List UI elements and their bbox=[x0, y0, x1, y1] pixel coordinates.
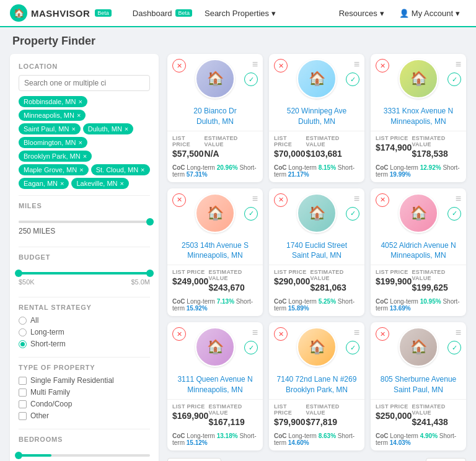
dislike-button[interactable]: ✕ bbox=[376, 327, 389, 341]
tag-remove[interactable]: × bbox=[83, 152, 87, 160]
tag-remove[interactable]: × bbox=[60, 180, 64, 187]
like-button[interactable]: ✓ bbox=[346, 341, 359, 354]
list-price-label: LIST PRICE bbox=[274, 403, 306, 416]
property-type-option[interactable]: Single Family Residential bbox=[19, 376, 150, 385]
card-top: ✕ 🏠 ≡ ✓ bbox=[167, 322, 263, 372]
rental-option[interactable]: Short-term bbox=[19, 340, 150, 348]
coc-long-term: 7.13% bbox=[217, 298, 234, 305]
list-price-value: $79,900 bbox=[274, 417, 306, 427]
dislike-button[interactable]: ✕ bbox=[172, 59, 186, 72]
price-row: LIST PRICE $70,000 ESTIMATED VALUE $103,… bbox=[269, 131, 364, 161]
card-menu[interactable]: ≡ bbox=[456, 59, 461, 70]
dislike-button[interactable]: ✕ bbox=[172, 193, 186, 207]
property-address[interactable]: 2503 14th Avenue SMinneapolis, MN bbox=[167, 238, 263, 265]
nav-resources[interactable]: Resources ▾ bbox=[333, 9, 390, 18]
est-value-value: $167,119 bbox=[208, 417, 258, 427]
like-button[interactable]: ✓ bbox=[346, 207, 359, 221]
nav-account[interactable]: 👤 My Account ▾ bbox=[393, 9, 466, 18]
coc-short-term: 19.99% bbox=[390, 171, 411, 178]
list-price-label: LIST PRICE bbox=[274, 135, 306, 147]
list-price-label: LIST PRICE bbox=[274, 269, 310, 275]
property-address[interactable]: 4052 Aldrich Avenue NMinneapolis, MN bbox=[371, 238, 466, 265]
dislike-button[interactable]: ✕ bbox=[274, 193, 288, 207]
card-menu[interactable]: ≡ bbox=[456, 327, 461, 338]
beta-badge: Beta bbox=[95, 9, 112, 17]
card-menu[interactable]: ≡ bbox=[354, 59, 359, 70]
budget-slider-max-thumb[interactable] bbox=[146, 270, 154, 277]
coc-label: CoC bbox=[172, 164, 185, 171]
coc-row: CoC Long-term 8.15% Short-term 21.17% bbox=[269, 161, 364, 182]
tag-remove[interactable]: × bbox=[78, 98, 82, 105]
location-tag: Brooklyn Park, MN× bbox=[19, 151, 92, 162]
rental-option[interactable]: All bbox=[19, 316, 150, 325]
property-address[interactable]: 20 Bianco DrDuluth, MN bbox=[167, 103, 263, 131]
tag-remove[interactable]: × bbox=[77, 112, 81, 119]
dislike-button[interactable]: ✕ bbox=[376, 193, 389, 207]
like-button[interactable]: ✓ bbox=[447, 72, 461, 86]
property-type-section: TYPE OF PROPERTY Single Family Residenti… bbox=[19, 357, 150, 420]
card-menu[interactable]: ≡ bbox=[354, 327, 359, 338]
list-price-col: LIST PRICE $174,900 bbox=[376, 135, 412, 159]
tag-remove[interactable]: × bbox=[141, 166, 144, 173]
card-menu[interactable]: ≡ bbox=[252, 59, 258, 70]
est-value-label: ESTIMATED VALUE bbox=[412, 269, 461, 281]
like-button[interactable]: ✓ bbox=[447, 207, 461, 221]
property-type-option[interactable]: Other bbox=[19, 411, 150, 420]
tag-remove[interactable]: × bbox=[120, 180, 124, 187]
dislike-button[interactable]: ✕ bbox=[274, 59, 288, 72]
like-button[interactable]: ✓ bbox=[447, 341, 461, 354]
property-address[interactable]: 520 Winnipeg AveDuluth, MN bbox=[269, 103, 364, 131]
like-button[interactable]: ✓ bbox=[244, 72, 258, 86]
location-search-input[interactable] bbox=[19, 75, 150, 91]
nav-dashboard[interactable]: Dashboard Beta bbox=[126, 9, 198, 18]
property-address[interactable]: 3111 Queen Avenue NMinneapolis, MN bbox=[167, 372, 263, 399]
bedrooms-slider-thumb[interactable] bbox=[15, 452, 22, 459]
rental-option[interactable]: Long-term bbox=[19, 328, 150, 336]
property-address[interactable]: 7140 72nd Lane N #269Brooklyn Park, MN bbox=[269, 372, 364, 399]
est-value-label: ESTIMATED VALUE bbox=[412, 135, 461, 147]
next-button[interactable]: Next » bbox=[426, 458, 466, 461]
price-row: LIST PRICE $169,900 ESTIMATED VALUE $167… bbox=[167, 399, 263, 429]
property-image: 🏠 bbox=[195, 327, 235, 367]
card-menu[interactable]: ≡ bbox=[354, 193, 359, 204]
property-type-option[interactable]: Condo/Coop bbox=[19, 400, 150, 408]
property-type-option[interactable]: Multi Family bbox=[19, 388, 150, 397]
est-value-value: $281,063 bbox=[310, 283, 359, 292]
budget-max: $5.0M bbox=[131, 278, 150, 286]
property-address[interactable]: 1740 Euclid StreetSaint Paul, MN bbox=[269, 238, 364, 265]
dislike-button[interactable]: ✕ bbox=[172, 327, 186, 341]
location-label: LOCATION bbox=[19, 63, 150, 70]
brand-icon: 🏠 bbox=[10, 4, 27, 22]
tag-remove[interactable]: × bbox=[71, 125, 75, 133]
nav-search-properties[interactable]: Search Properties ▾ bbox=[198, 9, 282, 18]
property-address[interactable]: 805 Sherburne AvenueSaint Paul, MN bbox=[371, 372, 466, 399]
property-grid-area: ✕ 🏠 ≡ ✓ 20 Bianco DrDuluth, MN LIST PRIC… bbox=[167, 54, 466, 461]
dislike-button[interactable]: ✕ bbox=[376, 59, 389, 72]
list-price-value: $174,900 bbox=[376, 143, 412, 152]
coc-row: CoC Long-term 12.92% Short-term 19.99% bbox=[371, 161, 466, 182]
dislike-button[interactable]: ✕ bbox=[274, 327, 288, 341]
budget-slider-min-thumb[interactable] bbox=[15, 270, 22, 277]
list-price-value: $250,000 bbox=[376, 411, 412, 421]
bedrooms-section: BEDROOMS 1 ROOMS 5 ROOMS bbox=[19, 429, 150, 461]
brand: 🏠 MASHVISOR Beta bbox=[10, 4, 112, 22]
card-top: ✕ 🏠 ≡ ✓ bbox=[269, 322, 364, 372]
price-row: LIST PRICE $250,000 ESTIMATED VALUE $241… bbox=[371, 399, 466, 429]
card-menu[interactable]: ≡ bbox=[252, 327, 258, 338]
tag-remove[interactable]: × bbox=[78, 139, 82, 146]
card-menu[interactable]: ≡ bbox=[456, 193, 461, 204]
card-menu[interactable]: ≡ bbox=[252, 193, 258, 204]
like-button[interactable]: ✓ bbox=[346, 72, 359, 86]
card-top: ✕ 🏠 ≡ ✓ bbox=[371, 54, 466, 103]
prev-button[interactable]: « Previous bbox=[167, 458, 221, 461]
est-value-label: ESTIMATED VALUE bbox=[306, 135, 359, 147]
tag-remove[interactable]: × bbox=[79, 166, 83, 173]
like-button[interactable]: ✓ bbox=[244, 341, 258, 354]
coc-long-term: 12.92% bbox=[420, 164, 441, 171]
like-button[interactable]: ✓ bbox=[244, 207, 258, 221]
est-value-col: ESTIMATED VALUE N/A bbox=[205, 135, 258, 159]
tag-remove[interactable]: × bbox=[125, 125, 128, 133]
miles-slider-thumb[interactable] bbox=[146, 218, 154, 226]
property-address[interactable]: 3331 Knox Avenue NMinneapolis, MN bbox=[371, 103, 466, 131]
est-value-value: $243,670 bbox=[208, 283, 258, 292]
